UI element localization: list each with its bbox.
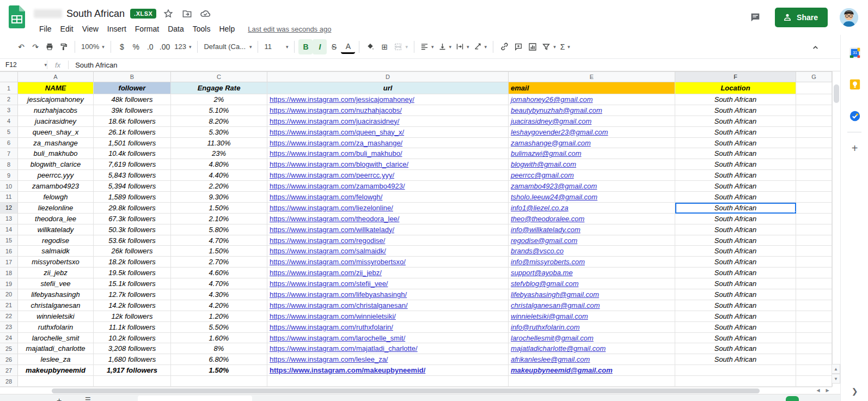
cell-F5[interactable]: South African: [675, 127, 796, 138]
cell-D14[interactable]: https://www.instagram.com/willkatelady/: [267, 224, 509, 235]
text-wrap-button[interactable]: ▾: [454, 39, 472, 54]
insert-chart-button[interactable]: [525, 39, 540, 54]
cell-A23[interactable]: ruthxfolarin: [18, 322, 94, 333]
row-header-24[interactable]: 24: [0, 333, 18, 344]
row-header-27[interactable]: 27: [0, 365, 18, 376]
cell-F17[interactable]: South African: [675, 257, 796, 268]
cell-E11[interactable]: tsholo.leeuw24@gmail.com: [509, 192, 675, 203]
scroll-left-arrow[interactable]: ◀: [814, 387, 823, 394]
cell-F23[interactable]: South African: [675, 322, 796, 333]
cell-D24[interactable]: https://www.instagram.com/larochelle_smi…: [267, 333, 509, 344]
cell-E26[interactable]: afrikanleslee@gmail.com: [509, 354, 675, 365]
row-header-19[interactable]: 19: [0, 278, 18, 289]
cell-E4[interactable]: juacirasidney@gmail.com: [509, 116, 675, 127]
cell-F4[interactable]: South African: [675, 116, 796, 127]
cell-A19[interactable]: stefii_vee: [18, 278, 94, 289]
document-title[interactable]: South African: [66, 8, 125, 20]
horizontal-align-button[interactable]: ▾: [418, 39, 436, 54]
scroll-down-arrow[interactable]: ▼: [832, 374, 840, 384]
column-header-G[interactable]: G: [796, 71, 832, 82]
cell-A21[interactable]: christalganesan: [18, 300, 94, 311]
cell-A25[interactable]: majatladi_charlotte: [18, 343, 94, 354]
row-header-25[interactable]: 25: [0, 343, 18, 354]
cell-C14[interactable]: 5.80%: [171, 224, 267, 235]
cell-G12[interactable]: [796, 203, 832, 214]
merge-cells-button[interactable]: ▾: [392, 39, 410, 54]
cell-D16[interactable]: https://www.instagram.com/salmaidk/: [267, 246, 509, 257]
cell-D19[interactable]: https://www.instagram.com/stefii_vee/: [267, 278, 509, 289]
google-keep-icon[interactable]: [841, 76, 868, 93]
cell-C16[interactable]: 1.50%: [171, 246, 267, 257]
cell-B22[interactable]: 12k followers: [94, 311, 171, 322]
cell-B15[interactable]: 53.6k followers: [94, 235, 171, 246]
cell-E23[interactable]: info@ruthxfolarin.com: [509, 322, 675, 333]
cell-F12[interactable]: South African: [675, 203, 796, 214]
cell-A8[interactable]: blogwith_clarice: [18, 159, 94, 170]
cell-G6[interactable]: [796, 138, 832, 149]
menu-format[interactable]: Format: [131, 23, 163, 35]
all-sheets-menu-icon[interactable]: ☰: [85, 396, 91, 401]
cell-F2[interactable]: South African: [675, 94, 796, 105]
move-to-folder-icon[interactable]: [181, 8, 192, 19]
scroll-right-arrow[interactable]: ▶: [823, 387, 832, 394]
cell-E28[interactable]: [509, 376, 675, 387]
column-header-F[interactable]: F: [675, 71, 796, 82]
cell-C17[interactable]: 2.70%: [171, 257, 267, 268]
fill-color-button[interactable]: [363, 39, 377, 54]
cell-E19[interactable]: stefvblog@gmail.com: [509, 278, 675, 289]
cell-F11[interactable]: South African: [675, 192, 796, 203]
cell-E14[interactable]: info@willkatelady.com: [509, 224, 675, 235]
row-header-2[interactable]: 2: [0, 94, 18, 105]
cell-D7[interactable]: https://www.instagram.com/buli_makhubo/: [267, 148, 509, 159]
cell-G3[interactable]: [796, 105, 832, 116]
cell-C27[interactable]: 1.50%: [171, 365, 267, 376]
vertical-align-button[interactable]: ▾: [436, 39, 454, 54]
cell-A28[interactable]: [18, 376, 94, 387]
vertical-scrollbar-thumb[interactable]: [834, 84, 839, 103]
cell-G16[interactable]: [796, 246, 832, 257]
strikethrough-button[interactable]: S: [327, 39, 341, 54]
cell-B6[interactable]: 1,501 followers: [94, 138, 171, 149]
row-header-21[interactable]: 21: [0, 300, 18, 311]
cell-A26[interactable]: leslee_za: [18, 354, 94, 365]
share-button[interactable]: Share: [775, 8, 828, 27]
cell-C28[interactable]: [171, 376, 267, 387]
font-size-select[interactable]: 11▾: [262, 39, 290, 54]
cell-A24[interactable]: larochelle_smit: [18, 333, 94, 344]
cell-F6[interactable]: South African: [675, 138, 796, 149]
cell-C7[interactable]: 23%: [171, 148, 267, 159]
cell-B9[interactable]: 5,843 followers: [94, 170, 171, 181]
cell-G8[interactable]: [796, 159, 832, 170]
cell-D28[interactable]: [267, 376, 509, 387]
format-currency-button[interactable]: $: [115, 39, 129, 54]
cell-B25[interactable]: 3,208 followers: [94, 343, 171, 354]
cell-F22[interactable]: South African: [675, 311, 796, 322]
cell-C8[interactable]: 4.80%: [171, 159, 267, 170]
cell-G1[interactable]: [796, 82, 832, 94]
cell-F24[interactable]: South African: [675, 333, 796, 344]
column-header-E[interactable]: E: [509, 71, 675, 82]
cell-B21[interactable]: 14.2k followers: [94, 300, 171, 311]
cell-E3[interactable]: beautybynuzhah@gmail.com: [509, 105, 675, 116]
text-rotation-button[interactable]: ▾: [472, 39, 490, 54]
column-header-B[interactable]: B: [94, 71, 171, 82]
cell-G9[interactable]: [796, 170, 832, 181]
paint-format-button[interactable]: [57, 39, 71, 54]
horizontal-scrollbar-thumb[interactable]: [52, 388, 760, 393]
google-calendar-icon[interactable]: 31: [841, 45, 868, 61]
cell-D2[interactable]: https://www.instagram.com/jessicajomahon…: [267, 94, 509, 105]
cell-F28[interactable]: [675, 376, 796, 387]
name-box[interactable]: F12▾: [0, 61, 47, 69]
cell-A9[interactable]: peerrcc.yyy: [18, 170, 94, 181]
cell-G25[interactable]: [796, 343, 832, 354]
cell-G20[interactable]: [796, 289, 832, 300]
cell-F21[interactable]: South African: [675, 300, 796, 311]
cell-B5[interactable]: 26.1k followers: [94, 127, 171, 138]
cell-F27[interactable]: [675, 365, 796, 376]
cell-B3[interactable]: 39k followers: [94, 105, 171, 116]
cell-F20[interactable]: South African: [675, 289, 796, 300]
cell-E15[interactable]: regodise@gmail.com: [509, 235, 675, 246]
cell-B1[interactable]: follower: [94, 82, 171, 94]
cell-C10[interactable]: 2.20%: [171, 181, 267, 192]
cell-A16[interactable]: salmaidk: [18, 246, 94, 257]
